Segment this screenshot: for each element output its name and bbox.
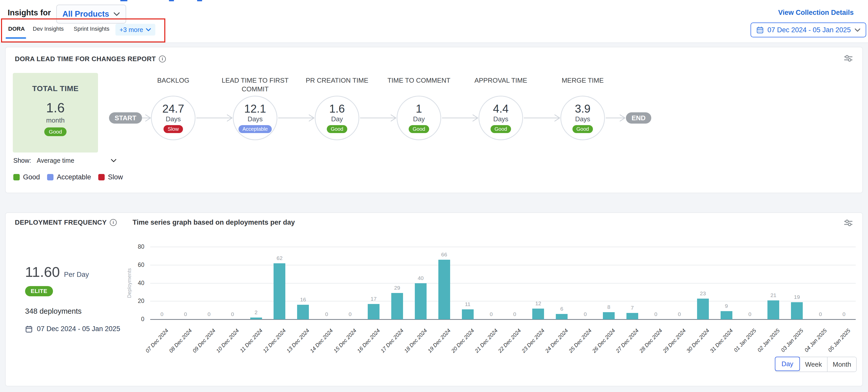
flow-stage: APPROVAL TIME4.4DaysGood bbox=[478, 96, 523, 140]
show-metric-dropdown[interactable]: Show: Average time bbox=[13, 157, 117, 164]
x-axis-tick: 05 Jan 2025 bbox=[827, 328, 851, 353]
product-selector-dropdown[interactable]: All Products bbox=[56, 5, 126, 24]
chart-settings-button[interactable] bbox=[843, 54, 853, 63]
bar-value-label: 0 bbox=[513, 311, 517, 317]
x-axis-tick: 21 Dec 2024 bbox=[473, 328, 499, 354]
stage-status-badge: Good bbox=[572, 125, 593, 133]
bar-value-label: 0 bbox=[748, 311, 751, 317]
stage-name: MERGE TIME bbox=[544, 76, 621, 85]
x-axis-tick: 28 Dec 2024 bbox=[638, 328, 663, 354]
stage-name: APPROVAL TIME bbox=[462, 76, 539, 85]
x-axis-tick: 27 Dec 2024 bbox=[615, 328, 640, 354]
gridline bbox=[150, 247, 856, 247]
stage-value: 1.6 bbox=[329, 103, 345, 115]
x-axis-tick: 10 Dec 2024 bbox=[215, 328, 240, 354]
y-axis-tick: 60 bbox=[116, 262, 144, 268]
stage-circle[interactable]: 12.1DaysAcceptable bbox=[233, 96, 277, 140]
total-deployments: 348 deployments bbox=[25, 307, 82, 315]
stats-date-range: 07 Dec 2024 - 05 Jan 2025 bbox=[25, 325, 120, 333]
bar-value-label: 19 bbox=[794, 294, 800, 300]
stage-value: 1 bbox=[416, 103, 422, 115]
top-bar: Insights for All Products View Collectio… bbox=[0, 0, 868, 43]
deployment-bar[interactable] bbox=[791, 302, 803, 319]
info-icon[interactable]: i bbox=[110, 219, 117, 226]
flow-stage: PR CREATION TIME1.6DayGood bbox=[315, 96, 359, 140]
bar-value-label: 9 bbox=[725, 303, 728, 309]
stage-circle[interactable]: 1.6DayGood bbox=[315, 96, 359, 140]
stats-date-range-value: 07 Dec 2024 - 05 Jan 2025 bbox=[37, 325, 120, 333]
bar-value-label: 0 bbox=[842, 311, 845, 317]
deployment-bar[interactable] bbox=[556, 314, 567, 319]
bar-value-label: 40 bbox=[417, 275, 424, 281]
deployment-bar[interactable] bbox=[438, 260, 450, 319]
deployment-bar[interactable] bbox=[697, 299, 709, 319]
deployment-bar[interactable] bbox=[532, 309, 544, 319]
deployment-bar[interactable] bbox=[721, 311, 733, 319]
stage-name: TIME TO COMMENT bbox=[380, 76, 457, 85]
x-axis-tick: 18 Dec 2024 bbox=[403, 328, 428, 354]
deployment-bar[interactable] bbox=[768, 300, 779, 319]
deployment-bar[interactable] bbox=[391, 293, 403, 319]
deployment-bar[interactable] bbox=[462, 309, 474, 319]
legend-label: Slow bbox=[108, 173, 123, 181]
view-collection-details-link[interactable]: View Collection Details bbox=[778, 9, 854, 17]
date-range-picker[interactable]: 07 Dec 2024 - 05 Jan 2025 bbox=[750, 23, 866, 37]
bar-value-label: 7 bbox=[631, 305, 634, 311]
stage-circle[interactable]: 1DayGood bbox=[397, 96, 441, 140]
deployment-bar[interactable] bbox=[368, 304, 379, 319]
deployment-rate: 11.60 Per Day bbox=[25, 264, 89, 280]
chart-settings-button[interactable] bbox=[843, 218, 853, 228]
info-icon[interactable]: i bbox=[159, 56, 166, 62]
clipped-link-fragment bbox=[169, 0, 174, 1]
x-axis-tick: 11 Dec 2024 bbox=[239, 328, 264, 354]
legend-item: Good bbox=[13, 173, 40, 181]
chevron-down-icon bbox=[113, 12, 120, 16]
stage-circle[interactable]: 4.4DaysGood bbox=[478, 96, 523, 140]
sliders-icon bbox=[843, 218, 853, 227]
y-axis-tick: 80 bbox=[116, 243, 144, 250]
stage-status-badge: Good bbox=[491, 125, 511, 133]
bar-value-label: 29 bbox=[394, 285, 400, 291]
bar-value-label: 0 bbox=[184, 311, 187, 317]
granularity-week-button[interactable]: Week bbox=[799, 357, 827, 371]
flow-stage: LEAD TIME TO FIRST COMMIT12.1DaysAccepta… bbox=[233, 96, 277, 140]
x-axis-tick: 01 Jan 2025 bbox=[733, 328, 757, 353]
bar-value-label: 21 bbox=[771, 292, 776, 298]
stage-value: 3.9 bbox=[575, 103, 590, 115]
legend-swatch bbox=[47, 174, 54, 180]
granularity-month-button[interactable]: Month bbox=[827, 357, 856, 371]
clipped-link-fragment bbox=[120, 0, 127, 1]
total-time-label: TOTAL TIME bbox=[32, 84, 79, 93]
total-time-value: 1.6 bbox=[46, 100, 64, 115]
more-tabs-label: +3 more bbox=[120, 26, 143, 33]
stage-circle[interactable]: 24.7DaysSlow bbox=[151, 96, 195, 140]
x-axis-tick: 04 Jan 2025 bbox=[803, 328, 828, 353]
legend-label: Acceptable bbox=[57, 173, 91, 181]
tab-dev-insights[interactable]: Dev Insights bbox=[33, 26, 64, 32]
tab-sprint-insights[interactable]: Sprint Insights bbox=[74, 26, 109, 32]
chevron-down-icon bbox=[111, 159, 117, 162]
stage-unit: Day bbox=[331, 115, 343, 123]
deployment-bar[interactable] bbox=[415, 283, 427, 320]
deployment-bar[interactable] bbox=[603, 312, 615, 319]
stage-unit: Days bbox=[165, 115, 181, 123]
stage-value: 12.1 bbox=[244, 103, 266, 115]
deployment-bar[interactable] bbox=[250, 318, 262, 319]
stage-name: LEAD TIME TO FIRST COMMIT bbox=[217, 76, 293, 94]
stage-status-badge: Good bbox=[409, 125, 429, 133]
deployment-bar[interactable] bbox=[274, 263, 285, 319]
deployment-bar[interactable] bbox=[626, 313, 638, 319]
flow-stage: MERGE TIME3.9DaysGood bbox=[560, 96, 605, 140]
x-axis-tick: 31 Dec 2024 bbox=[709, 328, 734, 354]
deployment-bar[interactable] bbox=[297, 305, 309, 319]
lead-time-card-title: DORA LEAD TIME FOR CHANGES REPORT bbox=[15, 55, 156, 63]
more-tabs-button[interactable]: +3 more bbox=[116, 24, 155, 36]
stage-name: BACKLOG bbox=[135, 76, 212, 85]
x-axis-tick: 25 Dec 2024 bbox=[567, 328, 593, 354]
tab-dora[interactable]: DORA bbox=[8, 26, 25, 32]
granularity-day-button[interactable]: Day bbox=[775, 357, 800, 371]
x-axis-tick: 17 Dec 2024 bbox=[379, 328, 405, 354]
bar-value-label: 16 bbox=[300, 297, 306, 303]
stage-circle[interactable]: 3.9DaysGood bbox=[560, 96, 605, 140]
bar-value-label: 8 bbox=[607, 304, 610, 310]
